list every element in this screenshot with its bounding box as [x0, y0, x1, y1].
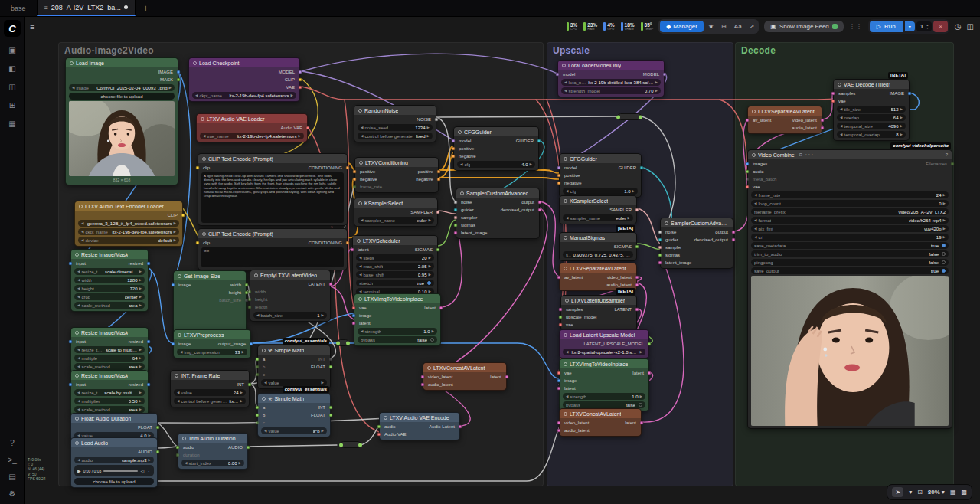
- input-dot-b[interactable]: [256, 365, 260, 369]
- input-dot-negative[interactable]: [557, 182, 561, 185]
- workflow-tab[interactable]: ≡ 208_A-I2V_LTX2_ba...: [37, 0, 136, 16]
- increment-arrow-icon[interactable]: ▶: [943, 227, 946, 231]
- node-header[interactable]: ManualSigmas: [560, 233, 636, 242]
- output-slot-CONDITIONING[interactable]: CONDITIONING: [309, 165, 342, 170]
- node-header[interactable]: LTXVSeparateAVLatent: [560, 263, 636, 273]
- widget-trim_to_audio[interactable]: trim_to_audiofalse: [751, 250, 949, 257]
- input-dot-latent[interactable]: [557, 387, 561, 391]
- node-ltxv-audio-text-encoder-loader[interactable]: LTXV Audio Text Encoder LoaderCLIP◀gemma…: [74, 201, 183, 247]
- collapse-dot-icon[interactable]: [202, 157, 206, 161]
- increment-arrow-icon[interactable]: ▶: [240, 391, 243, 394]
- output-slot-SIGMAS[interactable]: SIGMAS: [415, 247, 433, 252]
- collapse-dot-icon[interactable]: [562, 64, 566, 67]
- decrement-arrow-icon[interactable]: ◀: [264, 429, 266, 433]
- collapse-dot-icon[interactable]: [564, 267, 567, 270]
- widget-strength[interactable]: ◀strength1.0▶: [358, 328, 437, 335]
- output-slot-height[interactable]: height: [229, 290, 241, 295]
- increment-arrow-icon[interactable]: ▶: [900, 133, 903, 136]
- increment-arrow-icon[interactable]: ▶: [655, 80, 658, 84]
- increment-arrow-icon[interactable]: ▶: [239, 461, 241, 465]
- widget-max_shift[interactable]: ◀max_shift2.05▶: [356, 263, 434, 270]
- output-dot-audio_latent[interactable]: [635, 283, 639, 287]
- output-dot-AUDIO[interactable]: [156, 450, 160, 454]
- output-dot-Filenames[interactable]: [951, 162, 955, 166]
- collapse-dot-icon[interactable]: [357, 239, 361, 243]
- input-slot-c[interactable]: c: [263, 372, 265, 377]
- tab-menu-icon[interactable]: ≡: [44, 4, 48, 11]
- input-dot-image[interactable]: [172, 342, 175, 346]
- node-help-icon[interactable]: ?: [946, 152, 948, 157]
- output-slot-AUDIO[interactable]: AUDIO: [228, 445, 243, 450]
- widget-ckpt_name[interactable]: ◀ckpt_nameltx-2-19b-dev-fp4.safetensors▶: [192, 92, 296, 99]
- output-dot-output_image[interactable]: [250, 342, 253, 346]
- node-manual-sigmas[interactable]: ManualSigmas[BETA]SIGMASsig0.909375, 0.7…: [559, 232, 637, 261]
- node-vae-decode-tiled[interactable]: VAE Decode (Tiled)[BETA]samplesIMAGEvae◀…: [833, 79, 910, 141]
- output-dot-GUIDER[interactable]: [537, 139, 541, 143]
- output-dot-denoised_output[interactable]: [538, 208, 542, 212]
- batch-count-input[interactable]: 1▴▾: [916, 21, 932, 31]
- collapse-dot-icon[interactable]: [752, 153, 756, 157]
- input-slot-width[interactable]: width: [255, 290, 266, 294]
- logs-icon[interactable]: ▤: [8, 473, 15, 481]
- workspace-tab-base[interactable]: base: [0, 0, 37, 16]
- canvas-menu-icon[interactable]: ≡: [30, 22, 34, 31]
- reroute-out-dot[interactable]: [358, 443, 362, 447]
- decrement-arrow-icon[interactable]: ◀: [77, 458, 80, 462]
- input-dot-c[interactable]: [256, 373, 260, 377]
- node-header[interactable]: ⚒Simple Math: [258, 345, 330, 355]
- widget-sig[interactable]: sig0.909375, 0.725, 0.4375, 0.0: [563, 251, 633, 258]
- reroute-node[interactable]: [617, 113, 642, 120]
- node-load-latent-upscale-model[interactable]: Load Latent Upscale ModelLATENT_UPSCALE_…: [559, 329, 649, 358]
- node-sampler-custom-advanced-2[interactable]: SamplerCustomAdvancednoiseoutputguiderde…: [660, 218, 733, 269]
- node-header[interactable]: LTXVSeparateAVLatent: [748, 106, 822, 116]
- input-dot-negative[interactable]: [353, 178, 357, 182]
- input-slot-av_latent[interactable]: av_latent: [753, 118, 771, 123]
- collapse-dot-icon[interactable]: [75, 417, 79, 421]
- node-library-icon[interactable]: ⊞: [9, 101, 15, 110]
- input-dot-audio[interactable]: [176, 446, 180, 450]
- output-slot-resized[interactable]: resized: [129, 382, 143, 387]
- output-slot-MODEL[interactable]: MODEL: [279, 70, 295, 74]
- favorites-star-icon[interactable]: ★: [705, 23, 717, 30]
- output-slot-NOISE[interactable]: NOISE: [416, 117, 431, 122]
- input-dot-model[interactable]: [556, 73, 560, 77]
- toolbar-drag-handle[interactable]: ⋮⋮: [849, 23, 863, 30]
- node-resize-image-mask-2[interactable]: Resize Image/Maskinputresized◀resize_typ…: [70, 327, 149, 373]
- input-slot-image[interactable]: image: [178, 342, 191, 346]
- help-icon[interactable]: ?: [10, 439, 15, 447]
- output-slot-video_latent[interactable]: video_latent: [607, 275, 632, 280]
- increment-arrow-icon[interactable]: ▶: [432, 329, 434, 333]
- upload-button[interactable]: choose file to upload: [74, 478, 154, 485]
- input-slot-sampler[interactable]: sampler: [665, 245, 681, 250]
- input-slot-meta_batch[interactable]: meta_batch: [753, 177, 776, 182]
- output-dot-INT[interactable]: [248, 383, 252, 387]
- node-header[interactable]: LTXV Audio VAE Loader: [197, 114, 307, 123]
- output-dot-NOISE[interactable]: [435, 118, 439, 122]
- increment-arrow-icon[interactable]: ▶: [900, 116, 903, 119]
- input-dot-Audio VAE[interactable]: [377, 433, 381, 437]
- node-header[interactable]: INT: Frame Rate: [171, 371, 249, 380]
- widget-save_output[interactable]: save_outputtrue: [751, 267, 949, 274]
- decrement-arrow-icon[interactable]: ◀: [72, 86, 74, 90]
- input-dot-height[interactable]: [248, 298, 252, 302]
- input-slot-latent[interactable]: latent: [359, 321, 371, 326]
- input-slot-Audio VAE[interactable]: Audio VAE: [384, 432, 407, 437]
- input-slot-negative[interactable]: negative: [564, 181, 582, 185]
- decrement-arrow-icon[interactable]: ◀: [77, 399, 80, 403]
- cancel-button[interactable]: ×: [933, 21, 948, 32]
- widget-overlap[interactable]: ◀overlap64▶: [837, 114, 906, 121]
- input-dot-input[interactable]: [69, 262, 73, 266]
- node-header[interactable]: SamplerCustomAdvanced: [456, 188, 539, 198]
- input-dot-clip[interactable]: [196, 241, 200, 245]
- input-dot-guider[interactable]: [658, 238, 662, 242]
- minimap-toggle-button[interactable]: ▩: [961, 489, 967, 496]
- input-slot-audio[interactable]: audio: [753, 169, 764, 174]
- node-video-combine[interactable]: Video Combine⊟ ◔◔◔?comfyui-videohelpersu…: [747, 149, 952, 429]
- input-dot-clip[interactable]: [196, 166, 200, 170]
- increment-arrow-icon[interactable]: ▶: [139, 303, 142, 307]
- node-simple-math-2[interactable]: ⚒Simple Mathcomfyui_essentialsaINTbFLOAT…: [257, 393, 331, 437]
- widget-vae_name[interactable]: ◀vae_nameltx-2-19b-dev-fp4.safetensors▶: [200, 133, 304, 139]
- reroute-out-dot[interactable]: [346, 341, 350, 345]
- decrement-arrow-icon[interactable]: ◀: [77, 295, 80, 299]
- collapse-dot-icon[interactable]: [75, 374, 79, 378]
